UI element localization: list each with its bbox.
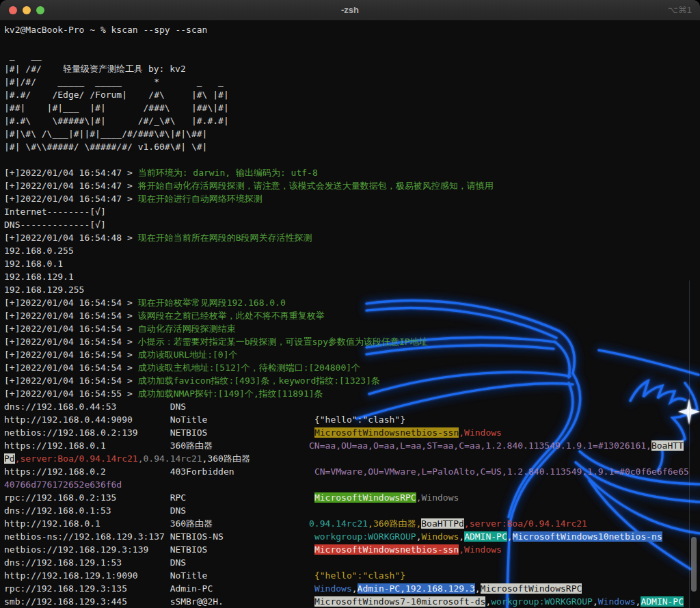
terminal-text-segment: 当前环境为: darwin, 输出编码为: utf-8 [138,168,318,178]
terminal-text-segment: 将开始自动化存活网段探测，请注意，该模式会发送大量数据包，极易被风控感知，请慎用 [138,181,494,191]
terminal-text-segment: , [507,531,513,542]
terminal-text-segment: {"hello":"clash"} [314,570,405,581]
terminal-text-segment: [+]2022/01/04 16:54:54 > [4,375,138,386]
terminal-text-segment: |#|\#\ /\___|#||#|____/#/###\#\|#|\##| [4,129,207,139]
terminal-text-segment: ,360路由器, [368,518,421,529]
terminal-text-segment: [+]2022/01/04 16:54:54 > [4,362,138,373]
terminal-text-segment: [+]2022/01/04 16:54:48 > [4,233,138,243]
scrollbar-thumb[interactable] [691,537,697,592]
terminal-text-segment: MicrosoftWindowsnetbios-ssn [314,544,459,555]
terminal-output[interactable]: kv2@MacBook-Pro ~ % kscan --spy --scan _… [0,21,700,608]
terminal-text-segment: ,Windows [459,427,502,438]
terminal-line: Pd,server:Boa/0.94.14rc21,0.94.14rc21,36… [4,452,700,465]
terminal-text-segment: Windows [422,531,459,542]
terminal-line: 192.168.129.1 [4,270,700,283]
terminal-line: kv2@MacBook-Pro ~ % kscan --spy --scan [4,23,700,36]
terminal-text-segment: http://192.168.0.1 360路由器 [4,518,309,529]
terminal-text-segment: Admin-PC,192.168.129.3 [358,583,475,594]
terminal-line [4,36,700,49]
terminal-text-segment: rpc://192.168.0.2:135 RPC [4,492,314,503]
terminal-text-segment: dns://192.168.129.1:53 DNS [4,557,186,568]
terminal-text-segment: ,server:Boa/0.94.14rc21 [15,453,138,464]
terminal-text-segment: |##| |#|___ |#| /###\ |##\|#| [4,103,229,113]
terminal-line: netbios://192.168.0.2:139 NETBIOS Micros… [4,426,700,439]
terminal-line: |#.#\ \#####\|#| /#/_\#\ |#.#.#| [4,114,700,127]
terminal-text-segment: _ __ [4,51,42,61]
terminal-line: DNS-------------[√] [4,218,700,231]
terminal-text-segment: , [459,531,464,542]
terminal-text-segment: 0.94.14rc21 [309,518,368,529]
terminal-text-segment: |#.#\ \#####\|#| /#/_\#\ |#.#.#| [4,116,229,126]
terminal-text-segment: http://192.168.129.1:9090 NoTitle [4,570,314,581]
terminal-line: https://192.168.0.1 360路由器 CN=aa,OU=aa,O… [4,439,700,452]
terminal-line: http://192.168.129.1:9090 NoTitle {"hell… [4,569,700,582]
terminal-text-segment: , [475,583,481,594]
terminal-line: |#|/#/ _____ _____ * _ _ [4,75,700,88]
terminal-text-segment: http://192.168.0.44:9090 NoTitle [4,414,314,425]
terminal-text-segment: 192.168.0.255 [4,246,74,256]
terminal-text-segment: [+]2022/01/04 16:54:47 > [4,168,138,178]
terminal-line: |#.#/ /Edge/ /Forum| /#\ |#\ |#| [4,88,700,101]
terminal-text-segment: 成功读取主机地址:[512]个，待检测端口:[204800]个 [138,362,360,373]
terminal-line: dns://192.168.129.1:53 DNS [4,556,700,569]
terminal-line: smb://192.168.129.3:445 sSMBr@@2H. Micro… [4,595,700,608]
terminal-text-segment: [+]2022/01/04 16:54:47 > [4,181,138,191]
terminal-text-segment: rpc://192.168.129.3:135 Admin-PC [4,583,314,594]
terminal-text-segment: netbios-ns://192.168.129.3:137 NETBIOS-N… [4,531,314,542]
terminal-line: 192.168.129.255 [4,283,700,296]
terminal-text-segment: MicrosoftWindows10netbios-ns [513,531,662,542]
terminal-text-segment: DNS-------------[√] [4,220,106,230]
terminal-line: |#|\#\ /\___|#||#|____/#/###\#\|#|\##| [4,127,700,140]
terminal-text-segment: MicrosoftWindowsRPC [481,583,582,594]
terminal-text-segment: CN=aa,OU=aa,O=aa,L=aa,ST=aa,C=aa,1.2.840… [309,440,651,451]
terminal-line: [+]2022/01/04 16:54:54 > 现在开始枚举常见网段192.1… [4,296,700,309]
terminal-text-segment: BoaHTTPd [421,518,464,529]
terminal-text-segment: https://192.168.0.1 360路由器 [4,440,309,451]
terminal-text-segment: MicrosoftWindowsRPC [314,492,416,503]
terminal-line: [+]2022/01/04 16:54:54 > 成功读取URL地址:[0]个 [4,348,700,361]
terminal-text-segment: smb://192.168.129.3:445 sSMBr@@2H. [4,596,314,607]
terminal-text-segment: dns://192.168.0.1:53 DNS [4,505,186,516]
terminal-text-segment: {"hello":"clash"} [314,414,405,425]
terminal-text-segment: 成功加载NMAP探针:[149]个,指纹[11891]条 [138,388,323,399]
terminal-line: http://192.168.0.44:9090 NoTitle {"hello… [4,413,700,426]
terminal-line: 192.168.0.1 [4,257,700,270]
terminal-line: [+]2022/01/04 16:54:55 > 成功加载NMAP探针:[149… [4,387,700,400]
title-bar[interactable]: -zsh ⌥⌘1 [0,0,700,21]
terminal-line: 40766d776172652e636f6d [4,478,700,491]
terminal-text-segment: 成功加载favicon指纹:[493]条，keyword指纹:[1323]条 [138,375,380,386]
terminal-line: [+]2022/01/04 16:54:47 > 现在开始进行自动网络环境探测 [4,192,700,205]
terminal-text-segment: 192.168.129.255 [4,285,84,295]
terminal-text-segment: 该网段在之前已经枚举，此处不将不再重复枚举 [138,310,325,321]
terminal-text-segment: workgroup:WORKGROUP [314,531,416,542]
terminal-line: [+]2022/01/04 16:54:54 > 该网段在之前已经枚举，此处不将… [4,309,700,322]
terminal-text-segment: [+]2022/01/04 16:54:54 > [4,349,138,360]
terminal-line: [+]2022/01/04 16:54:54 > 小提示：若需要对指定某一b段探… [4,335,700,348]
terminal-text-segment: CN=VMware,OU=VMware,L=PaloAlto,C=US,1.2.… [314,466,689,477]
terminal-text-segment: Windows [598,596,636,607]
terminal-text-segment: ADMIN-PC [641,596,684,607]
terminal-line: [+]2022/01/04 16:54:47 > 将开始自动化存活网段探测，请注… [4,179,700,192]
terminal-text-segment: 40766d776172652e636f6d [4,479,122,490]
terminal-line: https://192.168.0.2 403Forbidden CN=VMwa… [4,465,700,478]
terminal-text-segment: ,server:Boa/0.94.14rc21 [464,518,587,529]
terminal-text-segment: , [593,596,598,607]
terminal-text-segment: [+]2022/01/04 16:54:54 > [4,323,138,334]
terminal-line: http://192.168.0.1 360路由器 0.94.14rc21,36… [4,517,700,530]
terminal-line: netbios://192.168.129.3:139 NETBIOS Micr… [4,543,700,556]
terminal-text-segment: dns://192.168.0.44:53 DNS [4,401,186,412]
terminal-text-segment: netbios://192.168.129.3:139 NETBIOS [4,544,314,555]
terminal-text-segment: 现在开始枚举常见网段192.168.0.0 [138,298,286,308]
terminal-text-segment: |#| /#/ 轻量级资产测绘工具 by: kv2 [4,64,186,74]
terminal-text-segment: Pd [4,453,15,464]
terminal-text-segment: [+]2022/01/04 16:54:54 > [4,310,138,321]
terminal-text-segment: ,Windows [416,492,459,503]
terminal-window: -zsh ⌥⌘1 [0,0,700,608]
terminal-line: 192.168.0.255 [4,244,700,257]
terminal-line: _ __ [4,49,700,62]
terminal-text-segment: |#.#/ /Edge/ /Forum| /#\ |#\ |#| [4,90,229,100]
terminal-line: |##| |#|___ |#| /###\ |##\|#| [4,101,700,114]
terminal-text-segment: ADMIN-PC [464,531,507,542]
terminal-text-segment: 自动化存活网段探测结束 [138,323,236,334]
terminal-text-segment: ,360路由器 [202,453,250,464]
